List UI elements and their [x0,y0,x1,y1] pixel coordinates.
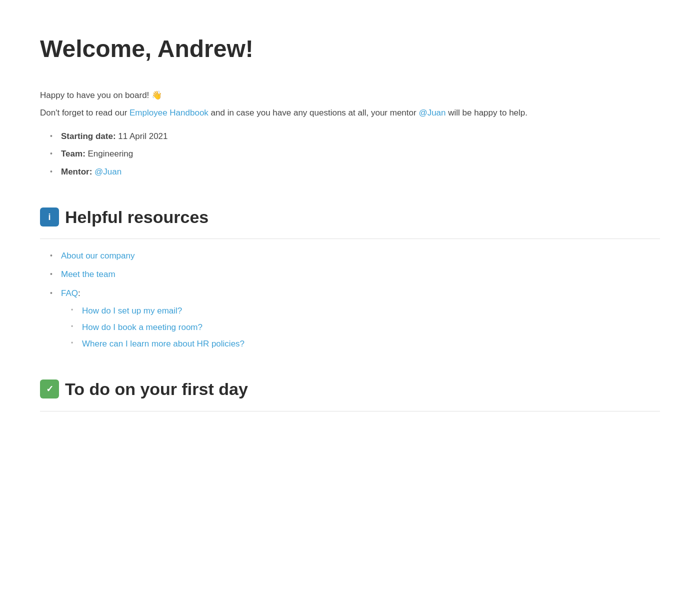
intro-after-link: and in case you have any questions at al… [208,108,419,118]
helpful-resources-heading: i Helpful resources [40,204,660,239]
faq-meeting-link[interactable]: How do I book a meeting room? [82,322,202,332]
faq-sublist: How do I set up my email? How do I book … [71,304,660,351]
mentor-label: Mentor: [61,167,92,176]
team-item: Team: Engineering [50,147,660,160]
faq-hr-link[interactable]: Where can I learn more about HR policies… [82,339,244,348]
first-day-todo-heading: ✓ To do on your first day [40,376,660,411]
mentor-link-inline[interactable]: @Juan [418,108,446,118]
resources-list: About our company Meet the team FAQ: How… [50,249,660,350]
checkmark-icon-badge: ✓ [40,380,59,398]
meet-team-item: Meet the team [50,268,660,281]
intro-line1: Happy to have you on board! 👋 [40,88,660,102]
faq-item: FAQ: How do I set up my email? How do I … [50,286,660,351]
about-company-item: About our company [50,249,660,262]
starting-date-value: 11 April 2021 [116,132,168,141]
meet-team-link[interactable]: Meet the team [61,270,116,279]
faq-meeting-item: How do I book a meeting room? [71,320,660,334]
about-company-link[interactable]: About our company [61,251,134,260]
intro-before-link: Don't forget to read our [40,108,130,118]
employee-handbook-link[interactable]: Employee Handbook [130,108,208,118]
info-icon-badge: i [40,208,59,226]
faq-hr-item: Where can I learn more about HR policies… [71,337,660,350]
faq-colon: : [78,288,80,298]
page-title: Welcome, Andrew! [40,30,660,68]
team-value: Engineering [86,149,133,158]
intro-end: will be happy to help. [446,108,528,118]
intro-line2: Don't forget to read our Employee Handbo… [40,106,660,120]
faq-link[interactable]: FAQ [61,288,78,298]
starting-date-item: Starting date: 11 April 2021 [50,130,660,143]
starting-date-label: Starting date: [61,132,116,141]
mentor-link[interactable]: @Juan [94,167,122,176]
team-label: Team: [61,149,86,158]
faq-email-item: How do I set up my email? [71,304,660,318]
helpful-resources-title: Helpful resources [65,204,208,230]
faq-email-link[interactable]: How do I set up my email? [82,306,182,316]
first-day-todo-title: To do on your first day [65,376,248,402]
mentor-item: Mentor: @Juan [50,165,660,178]
details-list: Starting date: 11 April 2021 Team: Engin… [50,130,660,178]
